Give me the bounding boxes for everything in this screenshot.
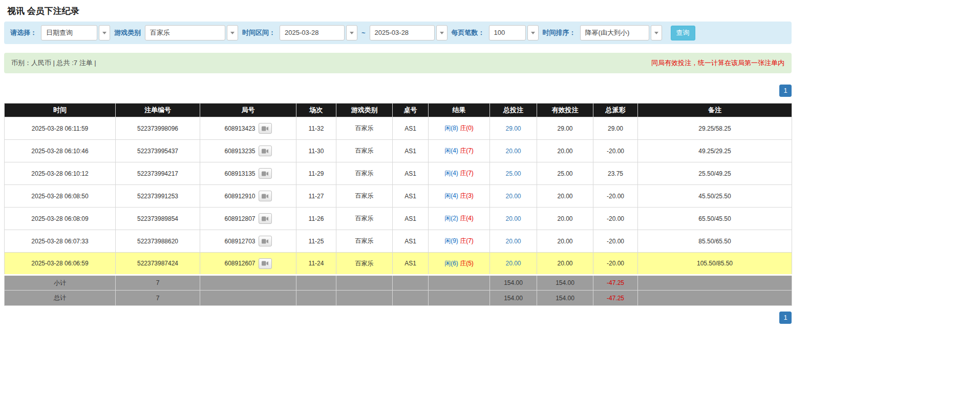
cell-note: 45.50/25.50 <box>638 185 792 208</box>
video-replay-icon[interactable] <box>259 191 272 201</box>
query-mode-select[interactable]: 日期查询 <box>41 25 110 40</box>
cell-valid-bet: 20.00 <box>537 140 593 162</box>
total-bet-link[interactable]: 20.00 <box>505 215 521 222</box>
result-banker: 庄(7) <box>460 237 474 244</box>
video-replay-icon[interactable] <box>259 168 272 179</box>
cell-result: 闲(6) 庄(5) <box>429 253 490 275</box>
column-header-10: 备注 <box>638 104 792 117</box>
cell-result: 闲(9) 庄(7) <box>429 230 490 253</box>
date-from-value[interactable]: 2025-03-28 <box>280 25 345 40</box>
cell-session: 11-25 <box>296 230 336 253</box>
cell-table-number: AS1 <box>393 230 429 253</box>
cell-time: 2025-03-28 06:08:09 <box>5 208 116 230</box>
cell-payout: -20.00 <box>593 208 638 230</box>
chevron-down-icon[interactable] <box>527 25 539 40</box>
cell-result: 闲(4) 庄(7) <box>429 162 490 185</box>
total-bet-link[interactable]: 20.00 <box>505 148 521 155</box>
cell-session: 11-32 <box>296 117 336 140</box>
column-header-4: 游戏类别 <box>336 104 393 117</box>
cell-game-type: 百家乐 <box>336 230 393 253</box>
result-player: 闲(6) <box>444 260 458 267</box>
cell-payout: 29.00 <box>593 117 638 140</box>
total-bet-link[interactable]: 29.00 <box>505 125 521 132</box>
total-label: 总计 <box>5 291 116 306</box>
cell-round: 608912807 <box>200 208 296 230</box>
video-replay-icon[interactable] <box>259 146 272 156</box>
chevron-down-icon[interactable] <box>651 25 662 40</box>
date-to-value[interactable]: 2025-03-28 <box>370 25 435 40</box>
cell-game-type: 百家乐 <box>336 162 393 185</box>
cell-bet-number: 522373988620 <box>116 230 200 253</box>
total-bet-link[interactable]: 20.00 <box>505 260 521 267</box>
cell-bet-number: 522373994217 <box>116 162 200 185</box>
chevron-down-icon[interactable] <box>436 25 448 40</box>
subtotal-count: 7 <box>116 275 200 291</box>
result-player: 闲(4) <box>444 170 458 177</box>
result-banker: 庄(3) <box>460 192 474 199</box>
cell-round: 608913423 <box>200 117 296 140</box>
video-replay-icon[interactable] <box>259 213 272 224</box>
chevron-down-icon[interactable] <box>346 25 357 40</box>
cell-time: 2025-03-28 06:08:50 <box>5 185 116 208</box>
cell-note: 25.50/49.25 <box>638 162 792 185</box>
subtotal-valid-bet: 154.00 <box>537 275 593 291</box>
pagination-page-1[interactable]: 1 <box>779 312 792 324</box>
column-header-0: 时间 <box>5 104 116 117</box>
footer-empty-cell <box>336 291 393 306</box>
subtotal-total-bet: 154.00 <box>490 275 537 291</box>
date-from-select[interactable]: 2025-03-28 <box>280 25 357 40</box>
total-bet-link[interactable]: 20.00 <box>505 193 521 200</box>
cell-table-number: AS1 <box>393 208 429 230</box>
subtotal-label: 小计 <box>5 275 116 291</box>
pagination-page-1[interactable]: 1 <box>779 85 792 97</box>
game-type-select[interactable]: 百家乐 <box>145 25 238 40</box>
footer-empty-cell <box>200 291 296 306</box>
result-banker: 庄(7) <box>460 147 474 154</box>
query-mode-value[interactable]: 日期查询 <box>41 25 97 40</box>
subtotal-row: 小计 7 154.00 154.00 -47.25 <box>5 275 792 291</box>
cell-time: 2025-03-28 06:06:59 <box>5 253 116 275</box>
chevron-down-icon[interactable] <box>99 25 110 40</box>
chevron-down-icon[interactable] <box>227 25 238 40</box>
video-replay-icon[interactable] <box>259 258 272 269</box>
cell-total-bet: 20.00 <box>490 253 537 275</box>
cell-game-type: 百家乐 <box>336 140 393 162</box>
cell-game-type: 百家乐 <box>336 208 393 230</box>
cell-payout: -20.00 <box>593 185 638 208</box>
total-bet-link[interactable]: 25.00 <box>505 170 521 177</box>
cell-table-number: AS1 <box>393 162 429 185</box>
cell-note: 49.25/29.25 <box>638 140 792 162</box>
time-sort-select[interactable]: 降幂(由大到小) <box>580 25 662 40</box>
video-replay-icon[interactable] <box>259 123 272 134</box>
cell-bet-number: 522373987424 <box>116 253 200 275</box>
cell-session: 11-30 <box>296 140 336 162</box>
per-page-select[interactable]: 100 <box>489 25 539 40</box>
pagination-top: 1 <box>4 85 792 97</box>
total-bet-link[interactable]: 20.00 <box>505 238 521 245</box>
cell-result: 闲(4) 庄(3) <box>429 185 490 208</box>
result-banker: 庄(0) <box>460 125 474 132</box>
cell-valid-bet: 20.00 <box>537 185 593 208</box>
video-replay-icon[interactable] <box>259 236 272 246</box>
date-to-select[interactable]: 2025-03-28 <box>370 25 448 40</box>
total-row: 总计 7 154.00 154.00 -47.25 <box>5 291 792 306</box>
cell-result: 闲(4) 庄(7) <box>429 140 490 162</box>
column-header-8: 有效投注 <box>537 104 593 117</box>
summary-notice: 同局有效投注，统一计算在该局第一张注单内 <box>651 58 784 68</box>
time-sort-value[interactable]: 降幂(由大到小) <box>580 25 649 40</box>
cell-total-bet: 20.00 <box>490 140 537 162</box>
result-banker: 庄(7) <box>460 170 474 177</box>
round-number: 608912703 <box>224 238 255 245</box>
game-type-value[interactable]: 百家乐 <box>145 25 225 40</box>
cell-total-bet: 20.00 <box>490 230 537 253</box>
per-page-value[interactable]: 100 <box>489 25 526 40</box>
game-type-label: 游戏类别 <box>114 28 141 37</box>
search-button[interactable]: 查询 <box>671 26 695 40</box>
column-header-7: 总投注 <box>490 104 537 117</box>
cell-valid-bet: 25.00 <box>537 162 593 185</box>
round-number: 608912910 <box>224 193 255 200</box>
time-range-label: 时间区间： <box>242 28 275 37</box>
round-number: 608912807 <box>224 215 255 222</box>
round-number: 608913135 <box>224 170 255 177</box>
round-number: 608912607 <box>224 260 255 267</box>
